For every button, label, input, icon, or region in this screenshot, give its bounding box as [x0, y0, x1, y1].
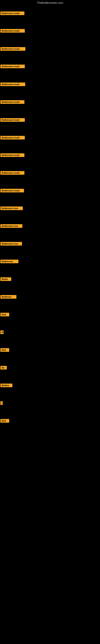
bottleneck-row-9: Bottleneck result	[0, 153, 24, 158]
bottleneck-row-5: Bottleneck result	[0, 82, 25, 87]
bottleneck-row-12: Bottleneck resu	[0, 206, 23, 211]
bottleneck-badge-9[interactable]: Bottleneck result	[0, 153, 24, 157]
bottleneck-badge-11[interactable]: Bottleneck result	[0, 189, 24, 192]
bottleneck-badge-16[interactable]: Bottle	[0, 277, 11, 281]
bottleneck-badge-8[interactable]: Bottleneck result	[0, 136, 25, 140]
bottleneck-badge-6[interactable]: Bottleneck result	[0, 100, 24, 104]
bottleneck-badge-22[interactable]: Bottlen	[0, 384, 12, 387]
bottleneck-row-7: Bottleneck result	[0, 118, 25, 122]
bottleneck-row-21: Bo	[0, 366, 7, 370]
bottleneck-badge-20[interactable]: Bott	[0, 348, 9, 352]
bottleneck-badge-5[interactable]: Bottleneck result	[0, 82, 25, 86]
bottleneck-badge-4[interactable]: Bottleneck result	[0, 64, 25, 68]
bottleneck-badge-10[interactable]: Bottleneck result	[0, 171, 24, 175]
bottleneck-row-15: Bottleneck	[0, 260, 18, 264]
bottleneck-row-1: Bottleneck result	[0, 12, 24, 16]
bottleneck-badge-23[interactable]: |	[0, 401, 3, 405]
bottleneck-row-6: Bottleneck result	[0, 100, 24, 105]
site-title: TheBottlenecker.com	[0, 0, 100, 5]
bottleneck-badge-12[interactable]: Bottleneck resu	[0, 206, 23, 210]
bottleneck-row-8: Bottleneck result	[0, 136, 25, 140]
bottleneck-row-13: Bottleneck resu	[0, 224, 22, 228]
bottleneck-badge-17[interactable]: Bottlenec	[0, 295, 16, 299]
bottleneck-row-4: Bottleneck result	[0, 64, 25, 69]
bottleneck-row-19: B	[0, 330, 3, 335]
bottleneck-row-18: Bott	[0, 313, 9, 317]
bottleneck-badge-3[interactable]: Bottleneck result	[0, 47, 25, 51]
bottleneck-row-10: Bottleneck result	[0, 171, 24, 176]
bottleneck-row-3: Bottleneck result	[0, 47, 25, 52]
bottleneck-badge-24[interactable]: Bott	[0, 419, 9, 422]
bottleneck-row-17: Bottlenec	[0, 295, 16, 300]
bottleneck-row-24: Bott	[0, 419, 9, 424]
bottleneck-row-23: |	[0, 401, 3, 406]
bottleneck-badge-15[interactable]: Bottleneck	[0, 260, 18, 263]
bottleneck-badge-13[interactable]: Bottleneck resu	[0, 224, 22, 228]
bottleneck-badge-19[interactable]: B	[0, 330, 3, 334]
bottleneck-row-2: Bottleneck result	[0, 29, 25, 34]
bottleneck-badge-18[interactable]: Bott	[0, 313, 9, 316]
bottleneck-badge-2[interactable]: Bottleneck result	[0, 29, 25, 32]
bottleneck-badge-7[interactable]: Bottleneck result	[0, 118, 25, 122]
bottleneck-badge-14[interactable]: Bottleneck resu	[0, 242, 22, 246]
bottleneck-row-20: Bott	[0, 348, 9, 352]
bottleneck-badge-21[interactable]: Bo	[0, 366, 7, 370]
bottleneck-row-14: Bottleneck resu	[0, 242, 22, 246]
bottleneck-row-11: Bottleneck result	[0, 189, 24, 193]
bottleneck-row-16: Bottle	[0, 277, 11, 282]
bottleneck-row-22: Bottlen	[0, 384, 12, 388]
bottleneck-badge-1[interactable]: Bottleneck result	[0, 12, 24, 15]
